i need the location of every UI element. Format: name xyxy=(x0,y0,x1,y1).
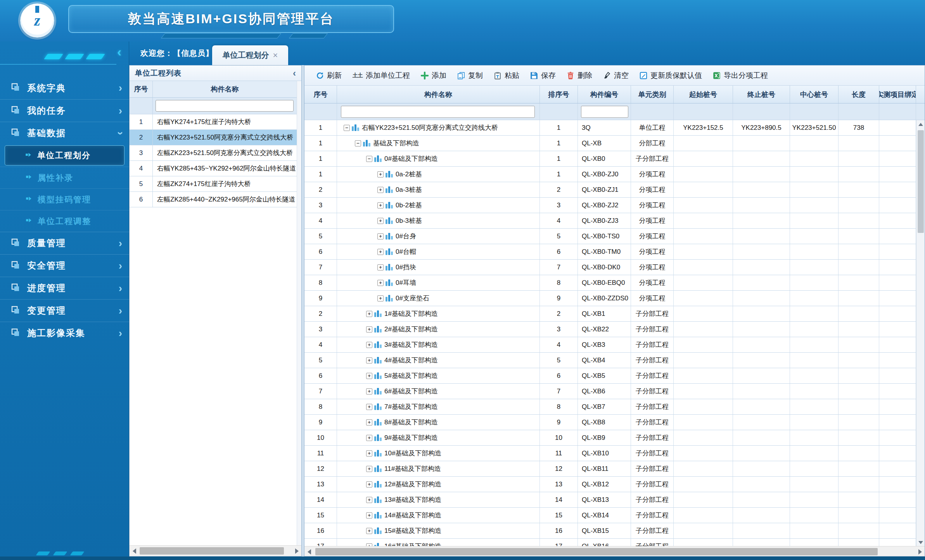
add-button[interactable]: 添加 xyxy=(415,68,452,83)
node-label[interactable]: 7#基础及下部构造 xyxy=(384,402,438,411)
column-header-4[interactable]: 单元类别 xyxy=(631,86,674,103)
close-icon[interactable]: × xyxy=(273,51,278,60)
expand-node-icon[interactable]: + xyxy=(366,512,372,519)
node-label[interactable]: 0a-3桩基 xyxy=(396,185,422,194)
sidebar-item-0[interactable]: 系统字典› xyxy=(0,77,129,99)
structure-tree-row[interactable]: 3+0b-2桩基3QL-XB0-ZJ2分项工程 xyxy=(304,198,916,213)
expand-node-icon[interactable]: + xyxy=(366,326,372,333)
sidebar-subitem-3[interactable]: 单位工程划分 xyxy=(5,145,124,165)
column-header-7[interactable]: 中心桩号 xyxy=(790,86,839,103)
expand-node-icon[interactable]: + xyxy=(377,171,384,177)
structure-tree-row[interactable]: 2+1#基础及下部构造2QL-XB1子分部工程 xyxy=(304,306,916,322)
unit-project-row[interactable]: 2右幅YK223+521.50阿克塞分离式立交跨线大桥 xyxy=(130,130,297,145)
structure-tree-row[interactable]: 11+10#基础及下部构造11QL-XB10子分部工程 xyxy=(304,446,916,461)
scroll-left-icon[interactable] xyxy=(304,546,314,557)
node-label[interactable]: 8#基础及下部构造 xyxy=(384,418,438,427)
expand-node-icon[interactable]: + xyxy=(377,233,384,240)
expand-node-icon[interactable]: + xyxy=(366,450,372,457)
expand-node-icon[interactable]: + xyxy=(377,202,384,208)
structure-tree-row[interactable]: 4+3#基础及下部构造4QL-XB3子分部工程 xyxy=(304,337,916,353)
scroll-up-icon[interactable] xyxy=(916,120,925,129)
delete-button[interactable]: 删除 xyxy=(561,68,598,83)
scrollbar-thumb[interactable] xyxy=(315,548,878,555)
structure-tree-row[interactable]: 9+8#基础及下部构造9QL-XB8子分部工程 xyxy=(304,415,916,430)
sidebar-item-1[interactable]: 我的任务› xyxy=(0,99,129,122)
structure-tree-row[interactable]: 14+13#基础及下部构造14QL-XB13子分部工程 xyxy=(304,492,916,508)
unit-project-row[interactable]: 5左幅ZK274+175红崖子沟特大桥 xyxy=(130,176,297,192)
node-label[interactable]: 9#基础及下部构造 xyxy=(384,433,438,442)
structure-tree-row[interactable]: 9+0#支座垫石9QL-XB0-ZZDS0分项工程 xyxy=(304,291,916,306)
sidebar-item-10[interactable]: 变更管理› xyxy=(0,299,129,322)
collapse-panel-icon[interactable]: ‹ xyxy=(293,69,296,78)
sidebar-subitem-5[interactable]: 模型挂码管理 xyxy=(0,188,129,210)
node-label[interactable]: 0#耳墙 xyxy=(396,278,416,287)
column-header-9[interactable]: 实测项目绑定 xyxy=(879,86,916,103)
code-filter-input[interactable] xyxy=(581,106,628,118)
copy-button[interactable]: 复制 xyxy=(452,68,488,83)
main-horizontal-scrollbar[interactable] xyxy=(304,546,925,556)
structure-tree-row[interactable]: 17+16#基础及下部构造17QL-XB16子分部工程 xyxy=(304,539,916,547)
structure-tree-row[interactable]: 2+0a-3桩基2QL-XB0-ZJ1分项工程 xyxy=(304,182,916,198)
column-header-0[interactable]: 序号 xyxy=(304,86,337,103)
main-vertical-scrollbar[interactable] xyxy=(916,120,925,547)
save-button[interactable]: 保存 xyxy=(525,68,561,83)
structure-tree-row[interactable]: 1−0#基础及下部构造1QL-XB0子分部工程 xyxy=(304,151,916,167)
structure-tree-row[interactable]: 7+6#基础及下部构造7QL-XB6子分部工程 xyxy=(304,384,916,399)
expand-node-icon[interactable]: + xyxy=(366,373,372,379)
name-filter-input[interactable] xyxy=(341,106,535,118)
node-label[interactable]: 5#基础及下部构造 xyxy=(384,371,438,380)
structure-tree-row[interactable]: 3+2#基础及下部构造3QL-XB22子分部工程 xyxy=(304,322,916,337)
unit-project-row[interactable]: 3左幅ZK223+521.50阿克塞分离式立交跨线大桥 xyxy=(130,145,297,161)
column-header-3[interactable]: 构件编号 xyxy=(578,86,631,103)
scrollbar-thumb[interactable] xyxy=(140,547,284,555)
node-label[interactable]: 14#基础及下部构造 xyxy=(384,511,441,520)
column-header-5[interactable]: 起始桩号 xyxy=(674,86,733,103)
node-label[interactable]: 0#支座垫石 xyxy=(396,294,429,303)
expand-node-icon[interactable]: + xyxy=(377,249,384,255)
structure-tree-row[interactable]: 7+0#挡块7QL-XB0-DK0分项工程 xyxy=(304,260,916,275)
node-label[interactable]: 右幅YK223+521.50阿克塞分离式立交跨线大桥 xyxy=(362,123,498,132)
node-label[interactable]: 0b-3桩基 xyxy=(396,216,422,225)
structure-tree-row[interactable]: 15+14#基础及下部构造15QL-XB14子分部工程 xyxy=(304,508,916,523)
scroll-left-icon[interactable] xyxy=(130,546,139,556)
node-label[interactable]: 0#台身 xyxy=(396,232,416,241)
node-label[interactable]: 11#基础及下部构造 xyxy=(384,464,441,473)
scrollbar-thumb[interactable] xyxy=(918,130,924,233)
node-label[interactable]: 4#基础及下部构造 xyxy=(384,356,438,365)
left-vertical-scrollbar[interactable] xyxy=(297,81,301,545)
scroll-right-icon[interactable] xyxy=(292,546,301,556)
node-label[interactable]: 3#基础及下部构造 xyxy=(384,340,438,349)
sidebar-subitem-6[interactable]: 单位工程调整 xyxy=(0,210,129,232)
scroll-down-icon[interactable] xyxy=(916,538,925,547)
structure-tree-row[interactable]: 16+15#基础及下部构造16QL-XB15子分部工程 xyxy=(304,523,916,539)
column-header-1[interactable]: 构件名称 xyxy=(337,86,540,103)
structure-tree-row[interactable]: 8+0#耳墙8QL-XB0-EBQ0分项工程 xyxy=(304,275,916,291)
node-label[interactable]: 15#基础及下部构造 xyxy=(384,526,441,535)
expand-node-icon[interactable]: + xyxy=(366,311,372,317)
sidebar-item-11[interactable]: 施工影像采集› xyxy=(0,322,129,344)
expand-node-icon[interactable]: + xyxy=(366,342,372,348)
sidebar-item-2[interactable]: 基础数据› xyxy=(0,122,129,144)
structure-tree-row[interactable]: 6+0#台帽6QL-XB0-TM0分项工程 xyxy=(304,244,916,260)
structure-tree-row[interactable]: 8+7#基础及下部构造8QL-XB7子分部工程 xyxy=(304,399,916,415)
node-label[interactable]: 0#基础及下部构造 xyxy=(384,154,438,163)
sidebar-item-8[interactable]: 安全管理› xyxy=(0,254,129,277)
unit-project-row[interactable]: 1右幅YK274+175红崖子沟特大桥 xyxy=(130,114,297,130)
node-label[interactable]: 12#基础及下部构造 xyxy=(384,480,441,489)
structure-tree-row[interactable]: 4+0b-3桩基4QL-XB0-ZJ3分项工程 xyxy=(304,213,916,229)
add-unit-project-button[interactable]: 土土添加单位工程 xyxy=(347,68,415,83)
column-header-6[interactable]: 终止桩号 xyxy=(733,86,790,103)
column-header-8[interactable]: 长度 xyxy=(839,86,879,103)
expand-node-icon[interactable]: + xyxy=(366,357,372,364)
expand-node-icon[interactable]: + xyxy=(366,435,372,441)
node-label[interactable]: 0#台帽 xyxy=(396,247,416,256)
node-label[interactable]: 0b-2桩基 xyxy=(396,201,422,210)
sidebar-item-9[interactable]: 进度管理› xyxy=(0,277,129,299)
structure-tree-row[interactable]: 12+11#基础及下部构造12QL-XB11子分部工程 xyxy=(304,461,916,477)
back-chevron-icon[interactable]: ‹ xyxy=(117,45,121,58)
update-qa-default-button[interactable]: 更新质保默认值 xyxy=(634,68,707,83)
tab-welcome[interactable]: 欢迎您：【信息员】 xyxy=(140,48,214,59)
structure-tree-row[interactable]: 1+0a-2桩基1QL-XB0-ZJ0分项工程 xyxy=(304,167,916,182)
unit-project-row[interactable]: 6左幅ZK285+440~ZK292+965阿尔金山特长隧道 xyxy=(130,192,297,207)
sidebar-subitem-4[interactable]: 属性补录 xyxy=(0,167,129,188)
